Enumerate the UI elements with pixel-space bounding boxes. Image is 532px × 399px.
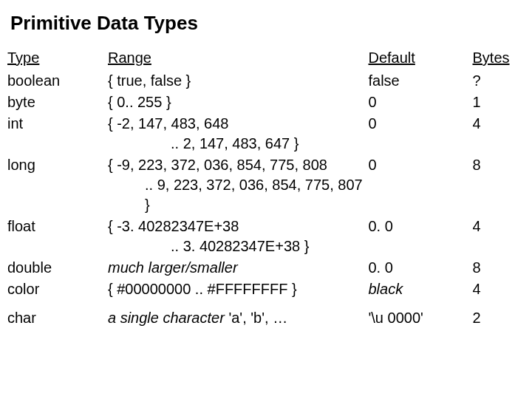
cell-default: 0. 0: [368, 258, 472, 279]
cell-bytes: 4: [472, 279, 525, 301]
table-row: int { -2, 147, 483, 648 .. 2, 147, 483, …: [7, 114, 525, 155]
cell-type: double: [7, 258, 108, 279]
cell-default: false: [368, 71, 472, 92]
cell-type: byte: [7, 92, 108, 114]
cell-type: long: [7, 155, 108, 216]
range-prefix: a single character: [108, 310, 228, 326]
range-suffix: 'a', 'b', …: [228, 310, 287, 326]
col-type: Type: [7, 48, 108, 71]
cell-range: { true, false }: [108, 71, 369, 92]
range-line-2: .. 3. 40282347E+38 }: [108, 236, 366, 256]
cell-bytes: 2: [472, 301, 525, 330]
table-row: byte { 0.. 255 } 0 1: [7, 92, 525, 114]
range-line-1: { -3. 40282347E+38: [108, 218, 239, 234]
cell-bytes: 8: [472, 155, 525, 216]
range-line-2: .. 2, 147, 483, 647 }: [108, 134, 366, 154]
table-row: char a single character 'a', 'b', … '\u …: [7, 301, 525, 330]
cell-default: '\u 0000': [368, 301, 472, 330]
cell-range: { -3. 40282347E+38 .. 3. 40282347E+38 }: [108, 216, 369, 258]
cell-type: float: [7, 216, 108, 258]
range-line-2: .. 9, 223, 372, 036, 854, 775, 807 }: [108, 175, 366, 215]
col-default: Default: [368, 48, 472, 71]
range-line-1: { -2, 147, 483, 648: [108, 115, 228, 132]
cell-bytes: ?: [472, 71, 525, 92]
cell-range: much larger/smaller: [108, 258, 369, 279]
cell-range: { 0.. 255 }: [108, 92, 369, 114]
cell-range: a single character 'a', 'b', …: [108, 301, 369, 330]
cell-range: { #00000000 .. #FFFFFFFF }: [108, 279, 369, 301]
col-bytes: Bytes: [472, 48, 525, 71]
cell-type: boolean: [7, 71, 108, 92]
table-row: float { -3. 40282347E+38 .. 3. 40282347E…: [7, 216, 525, 258]
col-range: Range: [108, 48, 369, 71]
cell-bytes: 4: [472, 114, 525, 155]
cell-default: black: [368, 279, 472, 301]
cell-type: char: [7, 301, 108, 330]
cell-type: int: [7, 114, 108, 155]
page-title: Primitive Data Types: [10, 12, 525, 35]
cell-bytes: 8: [472, 258, 525, 279]
cell-default: 0: [368, 155, 472, 216]
cell-default: 0: [368, 114, 472, 155]
cell-type: color: [7, 279, 108, 301]
cell-default: 0. 0: [368, 216, 472, 258]
cell-bytes: 4: [472, 216, 525, 258]
table-header-row: Type Range Default Bytes: [7, 48, 525, 71]
types-table: Type Range Default Bytes boolean { true,…: [7, 48, 525, 330]
table-row: color { #00000000 .. #FFFFFFFF } black 4: [7, 279, 525, 301]
cell-default: 0: [368, 92, 472, 114]
table-row: long { -9, 223, 372, 036, 854, 775, 808 …: [7, 155, 525, 216]
table-row: double much larger/smaller 0. 0 8: [7, 258, 525, 279]
cell-bytes: 1: [472, 92, 525, 114]
slide: Primitive Data Types Type Range Default …: [0, 0, 532, 399]
cell-range: { -2, 147, 483, 648 .. 2, 147, 483, 647 …: [108, 114, 369, 155]
cell-range: { -9, 223, 372, 036, 854, 775, 808 .. 9,…: [108, 155, 369, 216]
table-row: boolean { true, false } false ?: [7, 71, 525, 92]
range-line-1: { -9, 223, 372, 036, 854, 775, 808: [108, 157, 327, 173]
